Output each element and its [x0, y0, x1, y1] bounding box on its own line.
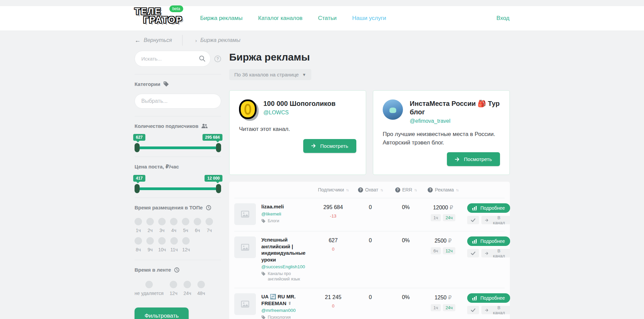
- details-button[interactable]: Подробнее: [467, 236, 510, 246]
- nav-exchange[interactable]: Биржа рекламы: [200, 15, 242, 22]
- time-option[interactable]: 7ч: [206, 218, 213, 233]
- time-option[interactable]: 4ч: [170, 218, 177, 233]
- subscribers-value: 21 245: [314, 294, 353, 300]
- view-channel-button[interactable]: Посмотреть: [303, 139, 356, 153]
- tag-icon: [261, 272, 266, 276]
- question-icon[interactable]: ?: [395, 187, 400, 192]
- time-option-circle[interactable]: [197, 281, 205, 288]
- check-button[interactable]: [467, 249, 479, 257]
- subscribers-max-value: 295 684: [202, 134, 222, 141]
- time-option[interactable]: 48ч: [197, 281, 205, 296]
- channel-thumbnail[interactable]: [234, 203, 256, 225]
- channel-handle[interactable]: @mrfreeman000: [261, 308, 314, 313]
- channel-thumbnail[interactable]: [234, 236, 256, 258]
- time-option[interactable]: 1ч: [135, 218, 142, 233]
- subscribers-slider-min-handle[interactable]: 627: [135, 143, 140, 152]
- time-option[interactable]: 11ч: [170, 237, 178, 252]
- time-option[interactable]: 2ч: [146, 218, 154, 233]
- time-option[interactable]: 8ч: [135, 237, 142, 252]
- time-option-circle[interactable]: [145, 281, 153, 288]
- featured-title[interactable]: ИнстаМеста России 🎒 Тур блог: [410, 99, 500, 116]
- channel-name[interactable]: lizaa.meli: [261, 203, 314, 210]
- time-option-circle[interactable]: [206, 218, 213, 225]
- time-option-circle[interactable]: [135, 218, 142, 225]
- per-page-select[interactable]: По 36 каналов на странице ▼: [229, 69, 311, 80]
- time-option-circle[interactable]: [146, 237, 154, 245]
- time-option-circle[interactable]: [182, 237, 190, 245]
- time-tag: 12ч: [443, 247, 455, 254]
- sort-subscribers[interactable]: Подписчики ↑↓: [314, 187, 353, 192]
- time-option-circle[interactable]: [194, 218, 201, 225]
- subscribers-slider[interactable]: 627 295 684: [135, 146, 220, 149]
- time-option-circle[interactable]: [170, 281, 177, 288]
- coin-avatar: [239, 99, 257, 119]
- feed-time-options: не удаляется 12ч 24ч 48ч: [135, 281, 221, 296]
- people-icon: [201, 123, 208, 129]
- table-body: lizaa.meli @likemeli Блоги 295 684 -13 0…: [234, 198, 505, 319]
- channel-name[interactable]: Успешный английский | индивидуальные уро…: [261, 236, 314, 263]
- bar-chart-icon: [472, 239, 477, 244]
- time-option[interactable]: 24ч: [184, 281, 191, 296]
- time-tag: 6ч: [431, 247, 441, 254]
- time-option[interactable]: не удаляется: [135, 281, 164, 296]
- time-option-circle[interactable]: [135, 237, 142, 245]
- channel-handle[interactable]: @successEnglish100: [261, 264, 314, 269]
- details-button[interactable]: Подробнее: [467, 203, 510, 213]
- ruble-sign: ₽: [448, 238, 451, 244]
- question-icon[interactable]: ?: [358, 187, 363, 192]
- time-option-circle[interactable]: [170, 218, 177, 225]
- time-option-circle[interactable]: [170, 237, 178, 245]
- price-slider-min-handle[interactable]: 417: [135, 184, 140, 193]
- categories-select[interactable]: Выбрать...: [135, 94, 221, 109]
- featured-handle[interactable]: @efimova_travel: [410, 118, 500, 124]
- login-link[interactable]: Вход: [497, 15, 509, 22]
- sort-ads[interactable]: ? Реклама ↑↓: [424, 187, 462, 192]
- go-to-channel-button[interactable]: В канал: [481, 306, 510, 314]
- time-option[interactable]: 3ч: [158, 218, 166, 233]
- filter-button[interactable]: Фильтровать: [135, 307, 189, 319]
- price-slider[interactable]: 417 12 000: [135, 187, 220, 190]
- nav-articles[interactable]: Статьи: [318, 15, 337, 22]
- featured-description: Читают этот канал.: [239, 125, 356, 134]
- featured-title[interactable]: 100 000 Шопоголиков: [263, 99, 336, 108]
- time-option-circle[interactable]: [184, 281, 191, 288]
- time-option[interactable]: 10ч: [158, 237, 166, 252]
- time-option-circle[interactable]: [182, 218, 189, 225]
- channel-handle[interactable]: @likemeli: [261, 211, 314, 217]
- nav-services[interactable]: Наши услуги: [352, 15, 386, 22]
- filter-sidebar: ? Категории Выбрать... Количество подпис…: [135, 47, 221, 319]
- back-link[interactable]: ← Вернуться: [135, 37, 172, 44]
- time-option-circle[interactable]: [146, 218, 154, 225]
- view-channel-button[interactable]: Посмотреть: [447, 152, 500, 166]
- go-to-channel-button[interactable]: В канал: [481, 249, 510, 257]
- check-button[interactable]: [467, 216, 479, 224]
- channel-thumbnail[interactable]: [234, 293, 256, 315]
- price-min-value: 417: [133, 175, 145, 182]
- search-icon[interactable]: [199, 55, 206, 62]
- time-option[interactable]: 12ч: [182, 237, 190, 252]
- channel-name[interactable]: UA 🔄 RU MR. FREEMAN ☿: [261, 293, 314, 306]
- featured-card: ИнстаМеста России 🎒 Тур блог @efimova_tr…: [373, 90, 510, 175]
- question-icon[interactable]: ?: [428, 187, 433, 192]
- go-to-channel-button[interactable]: В канал: [481, 216, 510, 224]
- time-tag: 24ч: [443, 214, 455, 221]
- time-option[interactable]: 9ч: [146, 237, 154, 252]
- check-icon: [471, 252, 475, 255]
- time-option[interactable]: 5ч: [182, 218, 189, 233]
- price-slider-max-handle[interactable]: 12 000: [216, 184, 221, 193]
- search-help-icon[interactable]: ?: [214, 55, 221, 62]
- check-button[interactable]: [467, 306, 479, 314]
- sort-err[interactable]: ? ERR ↑↓: [388, 187, 424, 192]
- logo[interactable]: ТЕЛЕ ГРАТОР beta: [135, 7, 189, 29]
- details-button[interactable]: Подробнее: [467, 293, 510, 303]
- featured-handle[interactable]: @LOWCS: [263, 110, 336, 116]
- arrow-right-icon: [311, 144, 316, 148]
- time-option-circle[interactable]: [158, 237, 166, 245]
- breadcrumb: ← Вернуться › Биржа рекламы: [0, 30, 644, 45]
- sort-reach[interactable]: ? Охват ↑↓: [353, 187, 388, 192]
- time-option[interactable]: 6ч: [194, 218, 201, 233]
- time-option[interactable]: 12ч: [170, 281, 177, 296]
- nav-catalog[interactable]: Каталог каналов: [258, 15, 302, 22]
- time-option-circle[interactable]: [158, 218, 166, 225]
- subscribers-slider-max-handle[interactable]: 295 684: [216, 143, 221, 152]
